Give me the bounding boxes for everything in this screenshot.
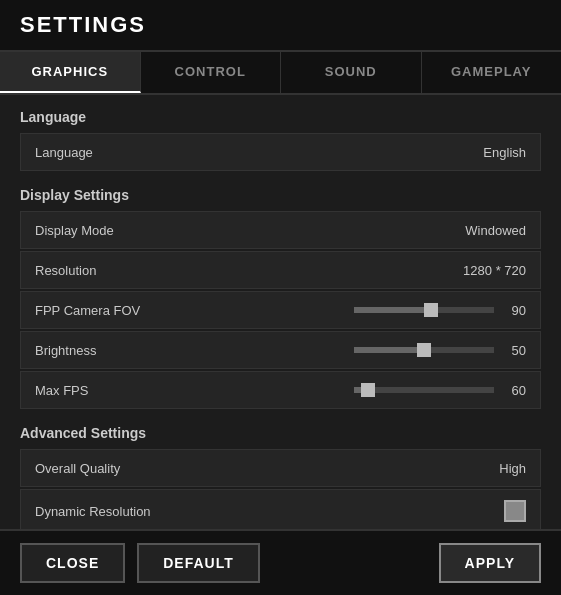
display-mode-row: Display Mode Windowed (20, 211, 541, 249)
tab-graphics[interactable]: GRAPHICS (0, 52, 141, 93)
advanced-section-title: Advanced Settings (20, 411, 541, 449)
settings-content: Language Language English Display Settin… (0, 95, 561, 529)
max-fps-row: Max FPS 60 (20, 371, 541, 409)
title-bar: SETTINGS (0, 0, 561, 52)
resolution-row: Resolution 1280 * 720 (20, 251, 541, 289)
brightness-slider-thumb[interactable] (417, 343, 431, 357)
max-fps-slider-thumb[interactable] (361, 383, 375, 397)
resolution-value: 1280 * 720 (463, 263, 526, 278)
dynamic-resolution-label: Dynamic Resolution (35, 504, 151, 519)
fpp-slider-thumb[interactable] (424, 303, 438, 317)
tab-gameplay[interactable]: GAMEPLAY (422, 52, 562, 93)
max-fps-label: Max FPS (35, 383, 88, 398)
overall-quality-label: Overall Quality (35, 461, 120, 476)
tab-control[interactable]: CONTROL (141, 52, 282, 93)
fpp-slider-fill (354, 307, 431, 313)
max-fps-slider-container: 60 (354, 383, 526, 398)
fpp-camera-fov-row: FPP Camera FOV 90 (20, 291, 541, 329)
brightness-slider-value: 50 (502, 343, 526, 358)
app-container: SETTINGS GRAPHICS CONTROL SOUND GAMEPLAY… (0, 0, 561, 595)
display-mode-value: Windowed (465, 223, 526, 238)
max-fps-slider-value: 60 (502, 383, 526, 398)
language-section-title: Language (20, 95, 541, 133)
fpp-slider-track[interactable] (354, 307, 494, 313)
dynamic-resolution-row: Dynamic Resolution (20, 489, 541, 529)
brightness-slider-container: 50 (354, 343, 526, 358)
footer: CLOSE DEFAULT APPLY (0, 529, 561, 595)
language-value: English (483, 145, 526, 160)
overall-quality-row: Overall Quality High (20, 449, 541, 487)
fpp-camera-fov-label: FPP Camera FOV (35, 303, 140, 318)
tabs-bar: GRAPHICS CONTROL SOUND GAMEPLAY (0, 52, 561, 95)
overall-quality-value: High (499, 461, 526, 476)
max-fps-slider-track[interactable] (354, 387, 494, 393)
brightness-slider-fill (354, 347, 424, 353)
default-button[interactable]: DEFAULT (137, 543, 260, 583)
page-title: SETTINGS (20, 12, 541, 38)
close-button[interactable]: CLOSE (20, 543, 125, 583)
language-label: Language (35, 145, 93, 160)
brightness-slider-track[interactable] (354, 347, 494, 353)
dynamic-resolution-checkbox[interactable] (504, 500, 526, 522)
resolution-label: Resolution (35, 263, 96, 278)
brightness-label: Brightness (35, 343, 96, 358)
language-row: Language English (20, 133, 541, 171)
fpp-slider-container: 90 (354, 303, 526, 318)
tab-sound[interactable]: SOUND (281, 52, 422, 93)
fpp-slider-value: 90 (502, 303, 526, 318)
display-section-title: Display Settings (20, 173, 541, 211)
display-mode-label: Display Mode (35, 223, 114, 238)
brightness-row: Brightness 50 (20, 331, 541, 369)
apply-button[interactable]: APPLY (439, 543, 541, 583)
dynamic-resolution-checkbox-container (504, 500, 526, 522)
